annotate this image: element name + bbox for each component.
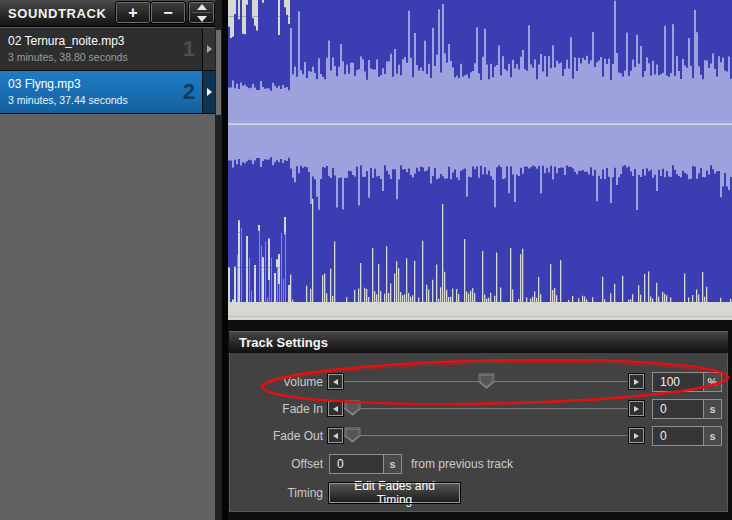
edit-fades-and-timing-button[interactable]: Edit Fades and Timing: [329, 483, 460, 503]
chevron-right-icon: [207, 45, 212, 53]
track-number: 2: [183, 79, 195, 105]
offset-unit: s: [383, 455, 401, 473]
add-track-button[interactable]: +: [116, 2, 150, 23]
track-list-item-2-selected[interactable]: 03 Flyng.mp3 3 minutes, 37.44 seconds 2: [0, 71, 215, 114]
minus-icon: −: [163, 5, 172, 21]
volume-slider-thumb[interactable]: [478, 373, 495, 389]
fade-in-unit: s: [703, 400, 721, 418]
offset-value-box: 0 s: [329, 454, 402, 474]
track-settings-header: Track Settings: [229, 331, 728, 353]
plus-icon: +: [128, 5, 137, 21]
fade-out-step-down-button[interactable]: [328, 428, 343, 443]
fade-out-slider-track[interactable]: [344, 435, 628, 437]
arrow-up-icon: [197, 4, 207, 10]
offset-label: Offset: [230, 457, 323, 471]
track-duration: 3 minutes, 38.80 seconds: [8, 51, 128, 63]
triangle-left-icon: [333, 379, 338, 385]
arrow-down-icon: [197, 16, 207, 22]
track-list-scrollbar[interactable]: [215, 0, 222, 520]
track-expand-button[interactable]: [202, 71, 215, 113]
offset-input[interactable]: 0: [330, 455, 383, 473]
track-settings-panel: Track Settings Volume 100 % Fade In: [228, 320, 732, 520]
offset-suffix-text: from previous track: [411, 457, 513, 471]
scrollbar-thumb[interactable]: [216, 30, 221, 115]
triangle-left-icon: [333, 406, 338, 412]
fade-in-input[interactable]: 0: [653, 400, 703, 418]
fade-out-slider-thumb[interactable]: [344, 427, 361, 443]
soundtrack-panel-title: SOUNDTRACK: [8, 6, 106, 21]
volume-step-down-button[interactable]: [328, 374, 343, 389]
fade-in-step-up-button[interactable]: [629, 401, 644, 416]
triangle-left-icon: [333, 433, 338, 439]
fade-out-value-box: 0 s: [652, 426, 722, 446]
fade-out-input[interactable]: 0: [653, 427, 703, 445]
fade-out-step-up-button[interactable]: [629, 428, 644, 443]
track-list-item-1[interactable]: 02 Ternura_noite.mp3 3 minutes, 38.80 se…: [0, 28, 215, 71]
track-expand-button[interactable]: [202, 28, 215, 70]
volume-label: Volume: [230, 375, 323, 389]
soundtrack-manager-window: SOUNDTRACK + − 02 Ternura_noite.mp3 3 mi…: [0, 0, 732, 520]
timing-label: Timing: [230, 486, 323, 500]
fade-in-value-box: 0 s: [652, 399, 722, 419]
track-settings-body: Volume 100 % Fade In: [229, 353, 728, 512]
fade-in-step-down-button[interactable]: [328, 401, 343, 416]
track-number: 1: [183, 36, 195, 62]
volume-value-box: 100 %: [652, 372, 722, 392]
track-name: 03 Flyng.mp3: [8, 77, 81, 91]
slider-thumb-icon: [344, 427, 361, 443]
triangle-right-icon: [634, 433, 639, 439]
triangle-right-icon: [634, 406, 639, 412]
slider-thumb-icon: [344, 400, 361, 416]
volume-step-up-button[interactable]: [629, 374, 644, 389]
track-name: 02 Ternura_noite.mp3: [8, 34, 125, 48]
soundtrack-panel-header: SOUNDTRACK + −: [0, 0, 215, 27]
reorder-tracks-button[interactable]: [189, 2, 214, 23]
track-settings-title: Track Settings: [239, 335, 328, 350]
fade-in-slider-thumb[interactable]: [344, 400, 361, 416]
chevron-right-icon: [207, 88, 212, 96]
soundtrack-list-panel: SOUNDTRACK + − 02 Ternura_noite.mp3 3 mi…: [0, 0, 215, 520]
fade-out-unit: s: [703, 427, 721, 445]
track-duration: 3 minutes, 37.44 seconds: [8, 94, 128, 106]
triangle-right-icon: [634, 379, 639, 385]
volume-unit: %: [703, 373, 721, 391]
volume-input[interactable]: 100: [653, 373, 703, 391]
remove-track-button[interactable]: −: [151, 2, 185, 23]
fade-in-label: Fade In: [230, 402, 323, 416]
fade-out-label: Fade Out: [230, 429, 323, 443]
divider: [192, 12, 211, 13]
fade-in-slider-track[interactable]: [344, 408, 628, 410]
waveform-display[interactable]: [228, 0, 732, 320]
slider-thumb-icon: [478, 373, 495, 389]
